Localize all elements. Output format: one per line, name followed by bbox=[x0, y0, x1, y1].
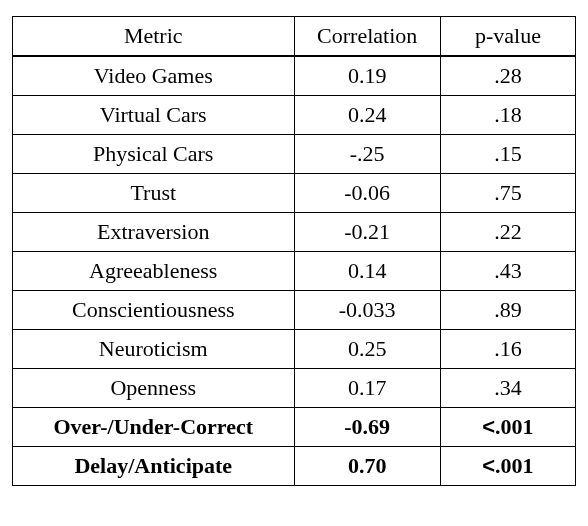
table-row: Virtual Cars0.24.18 bbox=[13, 96, 576, 135]
table-row: Openness0.17.34 bbox=[13, 369, 576, 408]
cell-correlation: 0.25 bbox=[294, 330, 440, 369]
cell-correlation: -0.033 bbox=[294, 291, 440, 330]
cell-metric: Over-/Under-Correct bbox=[13, 408, 295, 447]
cell-metric: Delay/Anticipate bbox=[13, 447, 295, 486]
less-than-icon: < bbox=[482, 414, 495, 439]
correlation-table: Metric Correlation p-value Video Games0.… bbox=[12, 16, 576, 486]
pvalue-text: .001 bbox=[495, 453, 534, 478]
cell-pvalue: <.001 bbox=[440, 408, 575, 447]
cell-metric: Agreeableness bbox=[13, 252, 295, 291]
header-correlation: Correlation bbox=[294, 17, 440, 57]
cell-metric: Video Games bbox=[13, 56, 295, 96]
cell-correlation: 0.14 bbox=[294, 252, 440, 291]
table-row: Conscientiousness-0.033.89 bbox=[13, 291, 576, 330]
cell-correlation: 0.24 bbox=[294, 96, 440, 135]
table-row: Extraversion-0.21.22 bbox=[13, 213, 576, 252]
table-row: Video Games0.19.28 bbox=[13, 56, 576, 96]
cell-correlation: -.25 bbox=[294, 135, 440, 174]
cell-metric: Trust bbox=[13, 174, 295, 213]
cell-pvalue: .18 bbox=[440, 96, 575, 135]
cell-correlation: -0.69 bbox=[294, 408, 440, 447]
cell-pvalue: .75 bbox=[440, 174, 575, 213]
cell-metric: Physical Cars bbox=[13, 135, 295, 174]
table-row: Agreeableness0.14.43 bbox=[13, 252, 576, 291]
cell-correlation: 0.17 bbox=[294, 369, 440, 408]
less-than-icon: < bbox=[482, 453, 495, 478]
cell-correlation: 0.70 bbox=[294, 447, 440, 486]
table-row: Neuroticism0.25.16 bbox=[13, 330, 576, 369]
cell-pvalue: .22 bbox=[440, 213, 575, 252]
header-pvalue: p-value bbox=[440, 17, 575, 57]
cell-metric: Openness bbox=[13, 369, 295, 408]
table-row: Over-/Under-Correct-0.69<.001 bbox=[13, 408, 576, 447]
table-header-row: Metric Correlation p-value bbox=[13, 17, 576, 57]
table-row: Physical Cars-.25.15 bbox=[13, 135, 576, 174]
cell-metric: Virtual Cars bbox=[13, 96, 295, 135]
cell-metric: Neuroticism bbox=[13, 330, 295, 369]
pvalue-text: .001 bbox=[495, 414, 534, 439]
cell-correlation: 0.19 bbox=[294, 56, 440, 96]
cell-correlation: -0.06 bbox=[294, 174, 440, 213]
cell-correlation: -0.21 bbox=[294, 213, 440, 252]
table-row: Delay/Anticipate0.70<.001 bbox=[13, 447, 576, 486]
header-metric: Metric bbox=[13, 17, 295, 57]
cell-pvalue: .43 bbox=[440, 252, 575, 291]
cell-metric: Extraversion bbox=[13, 213, 295, 252]
cell-metric: Conscientiousness bbox=[13, 291, 295, 330]
cell-pvalue: .16 bbox=[440, 330, 575, 369]
cell-pvalue: .89 bbox=[440, 291, 575, 330]
cell-pvalue: .15 bbox=[440, 135, 575, 174]
cell-pvalue: <.001 bbox=[440, 447, 575, 486]
table-row: Trust-0.06.75 bbox=[13, 174, 576, 213]
cell-pvalue: .28 bbox=[440, 56, 575, 96]
cell-pvalue: .34 bbox=[440, 369, 575, 408]
